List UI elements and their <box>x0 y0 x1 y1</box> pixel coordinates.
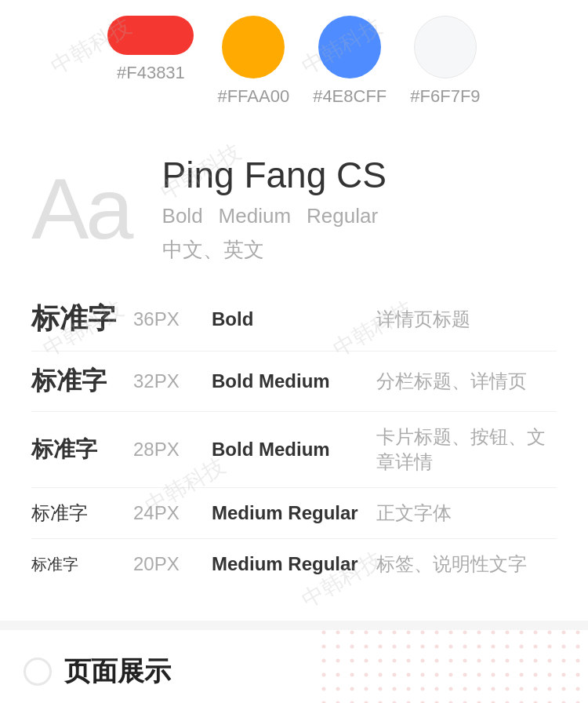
font-char-4: 标准字 <box>31 554 133 575</box>
font-char-1: 标准字 <box>31 364 133 399</box>
font-usage-1: 分栏标题、详情页 <box>376 369 557 394</box>
font-section: Aa Ping Fang CS Bold Medium Regular 中文、英… <box>0 130 588 621</box>
section-title: 页面展示 <box>64 654 171 690</box>
font-weights: Bold Medium Regular <box>162 204 387 228</box>
color-item-yellow: #FFAA00 <box>217 16 289 107</box>
color-label-gray: #F6F7F9 <box>410 86 480 107</box>
font-size-4: 20PX <box>133 553 212 575</box>
font-table-row-0: 标准字 36PX Bold 详情页标题 <box>31 287 557 352</box>
section-icon <box>24 657 52 686</box>
font-size-3: 24PX <box>133 502 212 524</box>
page-section: 页面展示 <box>0 630 588 703</box>
font-table: 标准字 36PX Bold 详情页标题 标准字 32PX Bold Medium… <box>31 287 557 589</box>
font-aa-display: Aa <box>31 166 131 252</box>
color-item-gray: #F6F7F9 <box>410 16 480 107</box>
dot-pattern <box>321 630 588 703</box>
font-char-0: 标准字 <box>31 300 133 338</box>
color-label-red: #F43831 <box>117 63 185 83</box>
font-weight-regular: Regular <box>307 204 378 228</box>
svg-rect-1 <box>321 630 588 703</box>
font-weight-col-4: Medium Regular <box>212 553 376 575</box>
font-name: Ping Fang CS <box>162 154 387 196</box>
font-weight-col-3: Medium Regular <box>212 502 376 524</box>
font-char-3: 标准字 <box>31 501 133 526</box>
font-usage-0: 详情页标题 <box>376 307 557 332</box>
font-header: Aa Ping Fang CS Bold Medium Regular 中文、英… <box>31 154 557 264</box>
font-weight-col-1: Bold Medium <box>212 370 376 392</box>
color-swatch-yellow <box>222 16 285 78</box>
font-usage-3: 正文字体 <box>376 501 557 526</box>
color-item-red: #F43831 <box>107 16 194 83</box>
font-table-row-4: 标准字 20PX Medium Regular 标签、说明性文字 <box>31 539 557 589</box>
font-langs: 中文、英文 <box>162 236 387 264</box>
font-char-2: 标准字 <box>31 435 133 464</box>
font-weight-bold: Bold <box>162 204 203 228</box>
color-item-blue: #4E8CFF <box>313 16 387 107</box>
font-usage-2: 卡片标题、按钮、文章详情 <box>376 424 557 475</box>
color-swatch-blue <box>318 16 381 78</box>
font-size-2: 28PX <box>133 439 212 461</box>
color-label-blue: #4E8CFF <box>313 86 387 107</box>
font-size-0: 36PX <box>133 308 212 330</box>
font-weight-col-2: Bold Medium <box>212 439 376 461</box>
font-usage-4: 标签、说明性文字 <box>376 552 557 577</box>
color-section: #F43831 #FFAA00 #4E8CFF #F6F7F9 <box>0 0 588 130</box>
font-weight-col-0: Bold <box>212 308 376 330</box>
font-table-row-3: 标准字 24PX Medium Regular 正文字体 <box>31 488 557 539</box>
font-table-row-1: 标准字 32PX Bold Medium 分栏标题、详情页 <box>31 352 557 412</box>
font-size-1: 32PX <box>133 370 212 392</box>
font-table-row-2: 标准字 28PX Bold Medium 卡片标题、按钮、文章详情 <box>31 412 557 488</box>
font-info: Ping Fang CS Bold Medium Regular 中文、英文 <box>162 154 387 264</box>
color-swatch-gray <box>414 16 477 78</box>
font-weight-medium: Medium <box>219 204 291 228</box>
color-label-yellow: #FFAA00 <box>217 86 289 107</box>
color-swatch-red <box>107 16 194 55</box>
